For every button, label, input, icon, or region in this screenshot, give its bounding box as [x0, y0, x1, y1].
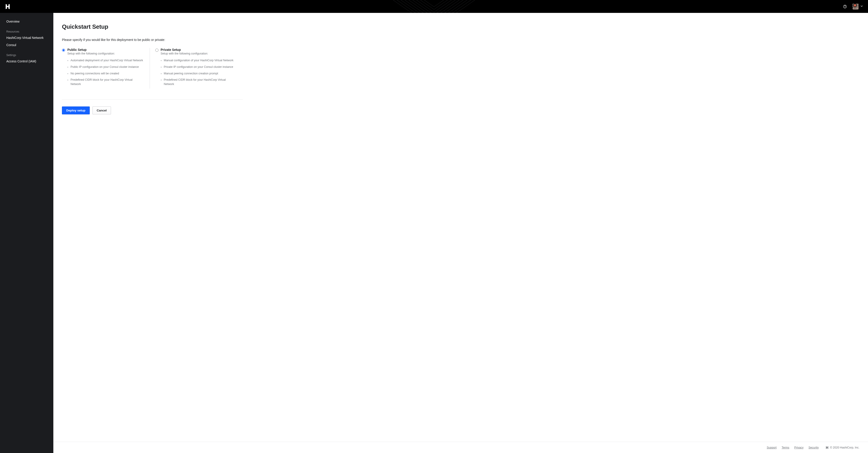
- footer-copyright: © 2020 HashiCorp, Inc.: [826, 446, 860, 449]
- option-private-sub: Setup with the following configuration:: [161, 52, 208, 55]
- topbar: [0, 0, 868, 13]
- help-icon[interactable]: [843, 4, 847, 9]
- footer-copyright-text: © 2020 HashiCorp, Inc.: [830, 446, 860, 449]
- option-private-item: Predefined CIDR block for your HashiCorp…: [164, 78, 237, 86]
- sidebar: Overview Resources HashiCorp Virtual Net…: [0, 13, 53, 453]
- option-public-item: No peering connections will be created: [70, 71, 143, 76]
- footer-link-privacy[interactable]: Privacy: [794, 446, 804, 449]
- sidebar-item-consul[interactable]: Consul: [0, 41, 53, 49]
- main-content: Quickstart Setup Please specify if you w…: [53, 13, 868, 442]
- deploy-button[interactable]: Deploy setup: [62, 107, 90, 114]
- sidebar-item-hvn[interactable]: HashiCorp Virtual Network: [0, 34, 53, 41]
- user-menu[interactable]: [852, 4, 864, 9]
- page-title: Quickstart Setup: [62, 23, 860, 30]
- option-public: Public Setup Setup with the following co…: [62, 48, 150, 89]
- option-public-title: Public Setup: [67, 48, 87, 52]
- footer: Support Terms Privacy Security © 2020 Ha…: [53, 442, 868, 453]
- footer-link-security[interactable]: Security: [809, 446, 819, 449]
- page-intro: Please specify if you would like for thi…: [62, 38, 860, 41]
- hashicorp-logo-icon: [826, 446, 829, 449]
- sidebar-section-settings: Settings: [0, 53, 53, 58]
- svg-rect-0: [7, 6, 8, 7]
- option-private-item: Private IP configuration on your Consul …: [164, 65, 237, 69]
- option-private-title: Private Setup: [161, 48, 181, 52]
- topbar-decoration: [382, 0, 486, 13]
- svg-rect-3: [827, 447, 828, 448]
- setup-options: Public Setup Setup with the following co…: [62, 48, 243, 89]
- option-public-item: Public IP configuration on your Consul c…: [70, 65, 143, 69]
- hashicorp-logo-icon[interactable]: [4, 3, 11, 10]
- option-private-item: Manual configuration of your HashiCorp V…: [164, 58, 237, 63]
- svg-point-2: [845, 7, 845, 7]
- chevron-down-icon: [860, 4, 864, 8]
- radio-public[interactable]: [62, 49, 65, 52]
- option-private-item: Manual peering connection creation promp…: [164, 71, 237, 76]
- sidebar-item-overview[interactable]: Overview: [0, 18, 53, 25]
- option-public-item: Predefined CIDR block for your HashiCorp…: [70, 78, 143, 86]
- footer-link-support[interactable]: Support: [767, 446, 777, 449]
- option-private: Private Setup Setup with the following c…: [150, 48, 243, 89]
- option-public-sub: Setup with the following configuration:: [67, 52, 115, 55]
- radio-private[interactable]: [155, 49, 158, 52]
- avatar: [852, 4, 859, 9]
- cancel-button[interactable]: Cancel: [92, 107, 111, 114]
- divider: [62, 99, 243, 100]
- sidebar-item-iam[interactable]: Access Control (IAM): [0, 58, 53, 65]
- option-public-item: Automated deployment of your HashiCorp V…: [70, 58, 143, 63]
- footer-link-terms[interactable]: Terms: [782, 446, 789, 449]
- action-bar: Deploy setup Cancel: [62, 107, 860, 114]
- sidebar-section-resources: Resources: [0, 29, 53, 34]
